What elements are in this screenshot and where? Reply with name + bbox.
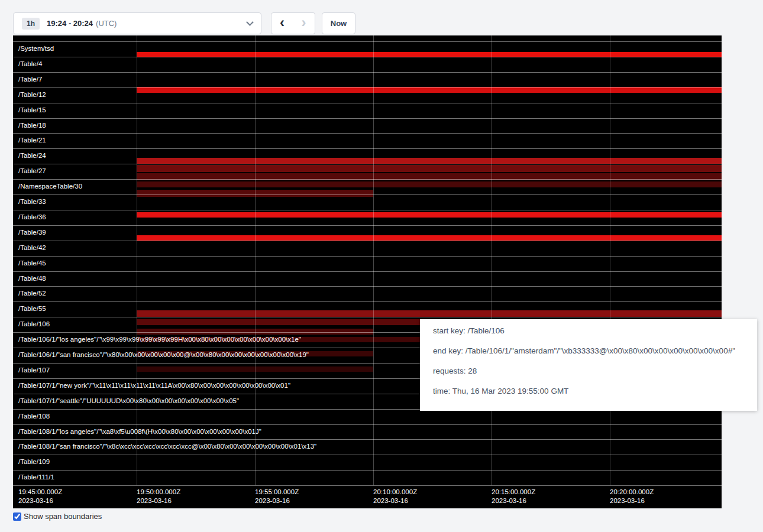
row-label: /Table/15 xyxy=(18,106,46,114)
chevron-down-icon xyxy=(246,18,254,26)
tooltip-end-key: end key: /Table/106/1/"amsterdam"/"\xb33… xyxy=(433,347,744,355)
heatmap-canvas[interactable]: /System/tsd/Table/4/Table/7/Table/12/Tab… xyxy=(13,35,722,508)
time-range-selector[interactable]: 1h 19:24 - 20:24 (UTC) xyxy=(13,12,261,34)
span-boundary-line xyxy=(13,103,722,103)
show-span-boundaries-control[interactable]: Show span boundaries xyxy=(13,512,102,521)
span-boundary-line xyxy=(13,164,722,164)
heatmap-band xyxy=(137,158,722,164)
heatmap-band xyxy=(137,181,722,187)
time-axis-time: 20:10:00.000Z xyxy=(373,488,417,497)
row-label: /Table/108/1/"san francisco"/"\x8c\xcc\x… xyxy=(18,443,316,450)
time-axis-label: 19:45:00.000Z2023-03-16 xyxy=(18,488,62,505)
row-label: /Table/55 xyxy=(18,305,46,313)
chevron-left-icon: ‹ xyxy=(280,17,284,28)
row-label: /Table/18 xyxy=(18,122,46,129)
time-axis-date: 2023-03-16 xyxy=(255,497,299,505)
span-boundary-line xyxy=(13,455,722,455)
time-window-badge: 1h xyxy=(22,18,40,30)
row-label: /Table/39 xyxy=(18,229,46,236)
row-label: /Table/33 xyxy=(18,198,46,206)
chevron-right-icon: › xyxy=(302,17,306,28)
row-label: /Table/12 xyxy=(18,91,46,99)
span-boundary-line xyxy=(13,470,722,471)
row-label: /Table/106/1/"los angeles"/"\x99\x99\x99… xyxy=(18,336,301,343)
next-window-button[interactable]: › xyxy=(293,12,315,34)
time-axis-label: 19:55:00.000Z2023-03-16 xyxy=(255,488,299,505)
row-label: /Table/106/1/"san francisco"/"\x80\x00\x… xyxy=(18,351,309,359)
time-axis-label: 19:50:00.000Z2023-03-16 xyxy=(137,488,180,505)
row-label: /Table/48 xyxy=(18,275,46,283)
span-boundary-line xyxy=(13,317,722,317)
row-label: /Table/107 xyxy=(18,366,50,374)
tooltip-requests: requests: 28 xyxy=(433,367,744,375)
span-boundary-line xyxy=(13,271,722,272)
time-axis-time: 20:20:00.000Z xyxy=(610,488,654,497)
time-axis-date: 2023-03-16 xyxy=(610,497,654,505)
row-label: /NamespaceTable/30 xyxy=(18,183,82,190)
prev-window-button[interactable]: ‹ xyxy=(271,12,293,34)
span-boundary-line xyxy=(13,72,722,73)
heatmap-band xyxy=(137,235,722,241)
row-label: /Table/107/1/"new york"/"\x11\x11\x11\x1… xyxy=(18,382,290,390)
row-label: /Table/52 xyxy=(18,290,46,297)
row-label: /System/tsd xyxy=(18,45,54,53)
span-boundary-line xyxy=(13,256,722,257)
span-boundary-line xyxy=(13,424,722,425)
row-label: /Table/107/1/"seattle"/"UUUUUUD\x00\x80\… xyxy=(18,397,239,405)
show-span-boundaries-checkbox[interactable] xyxy=(13,512,21,521)
time-axis-time: 20:15:00.000Z xyxy=(492,488,535,497)
time-axis-time: 19:50:00.000Z xyxy=(137,488,180,497)
row-label: /Table/27 xyxy=(18,167,46,175)
span-boundary-line xyxy=(13,301,722,302)
time-axis-date: 2023-03-16 xyxy=(492,497,535,505)
span-boundary-line xyxy=(13,133,722,134)
span-boundary-line xyxy=(13,118,722,119)
span-boundary-line xyxy=(13,87,722,88)
row-label: /Table/7 xyxy=(18,76,42,83)
time-range-timezone: (UTC) xyxy=(96,19,117,28)
span-boundary-line xyxy=(13,57,722,57)
row-label: /Table/42 xyxy=(18,244,46,252)
span-boundary-line xyxy=(13,225,722,226)
now-button[interactable]: Now xyxy=(322,12,355,34)
time-axis-time: 19:55:00.000Z xyxy=(255,488,299,497)
row-label: /Table/36 xyxy=(18,213,46,221)
heatmap-band xyxy=(137,310,722,317)
span-boundary-line xyxy=(13,439,722,440)
span-boundary-line xyxy=(13,286,722,287)
row-label: /Table/4 xyxy=(18,60,42,68)
row-label: /Table/108/1/"los angeles"/"\xa8\xf5\u00… xyxy=(18,428,261,436)
span-boundary-line xyxy=(13,194,722,195)
tooltip-start-key: start key: /Table/106 xyxy=(433,327,744,335)
row-label: /Table/45 xyxy=(18,259,46,267)
row-label: /Table/111/1 xyxy=(18,473,54,481)
row-label: /Table/21 xyxy=(18,137,46,144)
time-axis-label: 20:10:00.000Z2023-03-16 xyxy=(373,488,417,505)
span-boundary-line xyxy=(13,210,722,210)
row-label: /Table/24 xyxy=(18,152,46,160)
row-label: /Table/108 xyxy=(18,413,50,420)
time-axis-label: 20:15:00.000Z2023-03-16 xyxy=(492,488,535,505)
span-boundary-line xyxy=(13,41,722,42)
heatmap-band xyxy=(137,165,722,172)
time-axis-date: 2023-03-16 xyxy=(137,497,180,505)
bucket-tooltip: start key: /Table/106 end key: /Table/10… xyxy=(420,319,757,411)
span-boundary-line xyxy=(13,485,722,486)
span-boundary-line xyxy=(13,179,722,180)
time-range-label: 19:24 - 20:24 xyxy=(47,19,93,28)
time-axis-date: 2023-03-16 xyxy=(18,497,62,505)
span-boundary-line xyxy=(13,241,722,241)
heatmap-band xyxy=(137,212,722,218)
time-axis-label: 20:20:00.000Z2023-03-16 xyxy=(610,488,654,505)
show-span-boundaries-label: Show span boundaries xyxy=(24,512,102,521)
row-label: /Table/109 xyxy=(18,458,50,466)
time-axis-date: 2023-03-16 xyxy=(373,497,417,505)
tooltip-time: time: Thu, 16 Mar 2023 19:55:00 GMT xyxy=(433,387,744,395)
row-label: /Table/106 xyxy=(18,320,50,328)
span-boundary-line xyxy=(13,148,722,149)
time-axis-time: 19:45:00.000Z xyxy=(18,488,62,497)
